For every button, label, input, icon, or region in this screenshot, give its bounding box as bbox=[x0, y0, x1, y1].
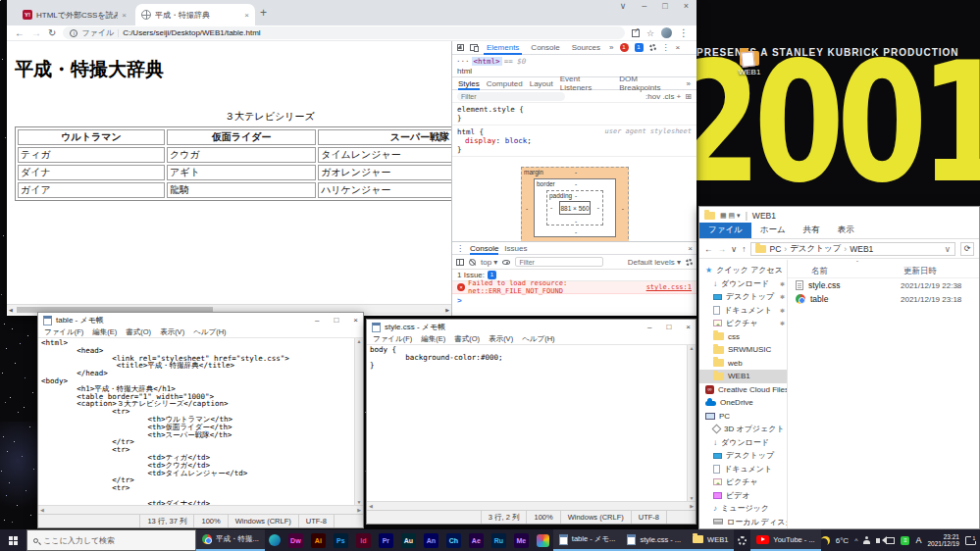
crumb-web1[interactable]: WEB1 bbox=[850, 244, 873, 254]
info-icon[interactable]: i bbox=[70, 29, 77, 37]
forward-icon[interactable]: → bbox=[31, 28, 41, 38]
minimize-icon[interactable]: – bbox=[642, 1, 646, 11]
error-source-link[interactable]: style.css:1 bbox=[646, 283, 692, 291]
tab-layout[interactable]: Layout bbox=[530, 79, 553, 88]
more-tabs-icon[interactable]: » bbox=[609, 43, 613, 52]
task-animate[interactable]: An bbox=[420, 529, 442, 551]
devtools-menu-icon[interactable]: ⋮ bbox=[662, 43, 670, 52]
nav-desktop-pinned[interactable]: デスクトップ✱ bbox=[699, 290, 787, 304]
drawer-tab-issues[interactable]: Issues bbox=[504, 244, 527, 253]
settings-gear-icon[interactable] bbox=[649, 44, 656, 51]
security-status-icon[interactable]: ≡ bbox=[901, 536, 909, 545]
log-levels-dropdown[interactable]: Default levels ▾ bbox=[628, 258, 681, 267]
nav-videos[interactable]: ビデオ bbox=[699, 489, 787, 503]
nav-desktop[interactable]: デスクトップ bbox=[699, 449, 787, 463]
people-icon[interactable] bbox=[863, 540, 870, 544]
nav-3d-objects[interactable]: 3D オブジェクト bbox=[699, 423, 787, 436]
box-model-diagram[interactable]: margin - - - - border - - padding - - - … bbox=[521, 167, 629, 249]
nav-downloads[interactable]: ↓ダウンロード bbox=[699, 436, 787, 450]
up-icon[interactable]: ↑ bbox=[742, 244, 746, 254]
task-audition[interactable]: Au bbox=[397, 529, 420, 551]
address-bar[interactable]: i ファイル C:/Users/seiji/Desktop/WEB1/table… bbox=[63, 26, 625, 39]
crumb-pc[interactable]: PC bbox=[769, 244, 781, 254]
nav-folder-web1[interactable]: WEB1 bbox=[699, 370, 787, 383]
reload-icon[interactable]: ↻ bbox=[48, 28, 56, 38]
nav-pictures[interactable]: ピクチャ bbox=[699, 476, 787, 489]
tab-computed[interactable]: Computed bbox=[487, 79, 523, 88]
nav-local-disk[interactable]: ローカル ディスク (C:) bbox=[699, 516, 787, 529]
task-settings[interactable] bbox=[734, 529, 750, 551]
task-photoshop[interactable]: Ps bbox=[330, 529, 352, 551]
weather-moon-icon[interactable] bbox=[821, 536, 830, 545]
menu-file[interactable]: ファイル(F) bbox=[44, 327, 83, 337]
nav-pc[interactable]: PC bbox=[699, 410, 787, 424]
browser-tab-1[interactable]: Y! HTMLで外部CSSを読み込めずに困 × bbox=[17, 4, 132, 25]
history-chevron-icon[interactable]: ∨ bbox=[731, 244, 737, 254]
show-hidden-icons-chevron[interactable]: ^ bbox=[854, 537, 857, 544]
tab-event-listeners[interactable]: Event Listeners bbox=[560, 75, 613, 92]
minimize-icon[interactable]: – bbox=[647, 323, 651, 331]
notepad-titlebar[interactable]: style.css - メモ帳 – □ × bbox=[367, 320, 696, 334]
address-breadcrumb[interactable]: PC› デスクトップ› WEB1 ∨ bbox=[750, 242, 955, 256]
new-tab-button[interactable]: + bbox=[260, 6, 267, 20]
action-center-icon[interactable]: 1 bbox=[965, 536, 976, 545]
minimize-icon[interactable]: – bbox=[315, 316, 319, 325]
console-prompt[interactable]: > bbox=[452, 294, 696, 307]
nav-folder-css[interactable]: css bbox=[699, 330, 787, 344]
task-youtube[interactable]: YouTube - ... bbox=[750, 529, 820, 551]
ribbon-tab-share[interactable]: 共有 bbox=[795, 223, 829, 238]
tab-console[interactable]: Console bbox=[528, 41, 562, 55]
nav-downloads-pinned[interactable]: ↓ダウンロード✱ bbox=[699, 277, 787, 291]
error-badge[interactable]: 1 bbox=[620, 43, 629, 52]
task-dreamweaver[interactable]: Dw bbox=[284, 529, 307, 551]
html-style-rule[interactable]: html { user agent stylesheet display: bl… bbox=[452, 125, 696, 157]
live-expression-icon[interactable] bbox=[502, 260, 510, 265]
nav-folder-web[interactable]: web bbox=[699, 357, 787, 371]
ime-mode-indicator[interactable]: A bbox=[915, 535, 921, 545]
tab-styles[interactable]: Styles bbox=[458, 77, 480, 90]
close-icon[interactable]: × bbox=[686, 323, 691, 331]
console-filter-input[interactable] bbox=[515, 257, 603, 267]
tab-sources[interactable]: Sources bbox=[569, 41, 603, 55]
desktop-icon-web1[interactable]: WEB1 bbox=[730, 51, 769, 76]
nav-documents[interactable]: ドキュメント bbox=[699, 463, 787, 476]
console-settings-icon[interactable] bbox=[686, 259, 693, 266]
browser-tab-2[interactable]: 平成・特撮辞典 × bbox=[135, 4, 255, 25]
start-button[interactable] bbox=[0, 529, 26, 551]
element-style-rule[interactable]: element.style { } bbox=[452, 103, 696, 125]
task-edge[interactable] bbox=[265, 529, 284, 551]
quick-access-toolbar[interactable]: ▦ ▤ ▾ bbox=[720, 212, 741, 220]
bookmark-star-icon[interactable]: ☆ bbox=[646, 28, 654, 38]
chrome-menu-icon[interactable]: ⋮ bbox=[679, 28, 689, 38]
back-icon[interactable]: ← bbox=[704, 244, 713, 254]
menu-format[interactable]: 書式(O) bbox=[454, 334, 480, 344]
nav-music[interactable]: ♪ミュージック bbox=[699, 502, 787, 516]
notepad-titlebar[interactable]: table - メモ帳 – □ × bbox=[38, 313, 363, 327]
nav-quick-access[interactable]: ★クイック アクセス bbox=[699, 264, 787, 277]
selected-html-node[interactable]: <html> bbox=[472, 57, 502, 66]
taskbar-search-box[interactable]: ここに入力して検索 bbox=[26, 529, 196, 551]
horizontal-scrollbar[interactable]: ◀▶ bbox=[38, 505, 363, 514]
styles-pane-toggle-icon[interactable]: ⊞ bbox=[685, 92, 692, 101]
vertical-scrollbar[interactable]: ▲▼ bbox=[687, 345, 696, 501]
taskbar-clock[interactable]: 23:21 2021/12/19 bbox=[927, 533, 959, 548]
nav-folder-srwmusic[interactable]: SRWMUSIC bbox=[699, 343, 787, 357]
menu-edit[interactable]: 編集(E) bbox=[92, 327, 117, 337]
task-photos[interactable] bbox=[533, 529, 553, 551]
inspect-element-icon[interactable] bbox=[457, 44, 464, 51]
sort-ascending-icon[interactable]: ˆ bbox=[856, 260, 858, 266]
nav-pictures-pinned[interactable]: ピクチャ✱ bbox=[699, 317, 787, 330]
task-character-animator[interactable]: Ch bbox=[442, 529, 465, 551]
clear-console-icon[interactable] bbox=[469, 259, 476, 266]
console-sidebar-icon[interactable] bbox=[456, 259, 464, 266]
notepad-text-area[interactable]: body { background-color:#000; } bbox=[367, 345, 687, 501]
menu-help[interactable]: ヘルプ(H) bbox=[522, 334, 554, 344]
maximize-icon[interactable]: □ bbox=[334, 316, 338, 325]
task-premiere-rush[interactable]: Ru bbox=[488, 529, 510, 551]
address-dropdown-icon[interactable]: ∨ bbox=[945, 244, 951, 254]
context-selector[interactable]: top ▾ bbox=[481, 258, 497, 267]
drawer-tab-console[interactable]: Console bbox=[470, 242, 498, 255]
devtools-close-icon[interactable]: × bbox=[676, 43, 681, 52]
task-chrome[interactable]: 平成・特撮... bbox=[196, 529, 265, 551]
scroll-left-icon[interactable]: ◀ bbox=[9, 307, 13, 313]
